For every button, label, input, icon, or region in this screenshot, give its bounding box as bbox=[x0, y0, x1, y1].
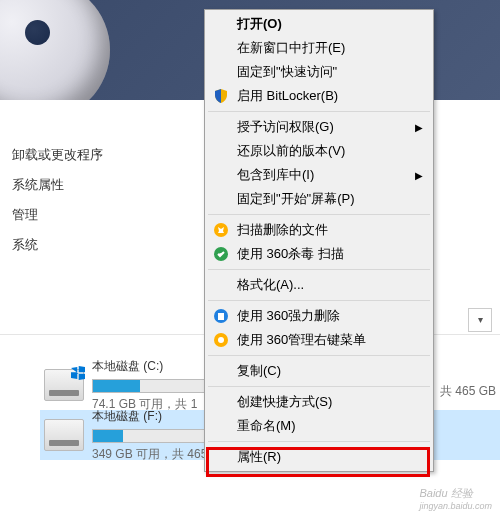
menu-item[interactable]: 使用 360杀毒 扫描 bbox=[207, 242, 431, 266]
scan-icon bbox=[213, 246, 229, 262]
menu-separator bbox=[208, 441, 430, 442]
menu-item[interactable]: 固定到"开始"屏幕(P) bbox=[207, 187, 431, 211]
sidebar-item-uninstall[interactable]: 卸载或更改程序 bbox=[0, 140, 180, 170]
sidebar-item-system-props[interactable]: 系统属性 bbox=[0, 170, 180, 200]
menu-item[interactable]: 包含到库中(I)▶ bbox=[207, 163, 431, 187]
menu-item-label: 格式化(A)... bbox=[237, 276, 304, 294]
menu-item[interactable]: 复制(C) bbox=[207, 359, 431, 383]
watermark-sub: jingyan.baidu.com bbox=[419, 501, 492, 511]
menu-separator bbox=[208, 300, 430, 301]
chevron-right-icon: ▶ bbox=[415, 170, 423, 181]
menu-item-label: 打开(O) bbox=[237, 15, 282, 33]
menu-item[interactable]: 扫描删除的文件 bbox=[207, 218, 431, 242]
sidebar-item-manage[interactable]: 管理 bbox=[0, 200, 180, 230]
menu-separator bbox=[208, 355, 430, 356]
menu-item[interactable]: 还原以前的版本(V) bbox=[207, 139, 431, 163]
menu-item-label: 复制(C) bbox=[237, 362, 281, 380]
chevron-down-icon[interactable]: ▾ bbox=[468, 308, 492, 332]
shield-icon bbox=[213, 88, 229, 104]
menu-item[interactable]: 使用 360强力删除 bbox=[207, 304, 431, 328]
sidebar: 卸载或更改程序 系统属性 管理 系统 bbox=[0, 140, 180, 260]
menu-item-label: 在新窗口中打开(E) bbox=[237, 39, 345, 57]
watermark: Baidu 经验 jingyan.baidu.com bbox=[419, 486, 492, 511]
del-icon bbox=[213, 308, 229, 324]
menu-item-label: 使用 360杀毒 扫描 bbox=[237, 245, 344, 263]
menu-item-label: 使用 360强力删除 bbox=[237, 307, 340, 325]
context-menu: 打开(O)在新窗口中打开(E)固定到"快速访问"启用 BitLocker(B)授… bbox=[204, 9, 434, 472]
recycle-icon bbox=[213, 222, 229, 238]
svg-point-5 bbox=[218, 337, 224, 343]
drive-icon bbox=[44, 419, 84, 451]
menu-item[interactable]: 重命名(M) bbox=[207, 414, 431, 438]
menu-item-label: 重命名(M) bbox=[237, 417, 296, 435]
menu-item-label: 创建快捷方式(S) bbox=[237, 393, 332, 411]
sidebar-item-system[interactable]: 系统 bbox=[0, 230, 180, 260]
menu-item[interactable]: 固定到"快速访问" bbox=[207, 60, 431, 84]
menu-separator bbox=[208, 214, 430, 215]
menu-item-label: 还原以前的版本(V) bbox=[237, 142, 345, 160]
mgr-icon bbox=[213, 332, 229, 348]
menu-item[interactable]: 创建快捷方式(S) bbox=[207, 390, 431, 414]
menu-separator bbox=[208, 269, 430, 270]
menu-separator bbox=[208, 111, 430, 112]
menu-item-label: 固定到"开始"屏幕(P) bbox=[237, 190, 355, 208]
drive-icon bbox=[44, 369, 84, 401]
menu-separator bbox=[208, 386, 430, 387]
watermark-main: Baidu 经验 bbox=[419, 487, 472, 499]
menu-item-label: 授予访问权限(G) bbox=[237, 118, 334, 136]
svg-rect-3 bbox=[218, 313, 224, 320]
menu-item-label: 固定到"快速访问" bbox=[237, 63, 337, 81]
menu-item-label: 包含到库中(I) bbox=[237, 166, 314, 184]
menu-item[interactable]: 属性(R) bbox=[207, 445, 431, 469]
menu-item-label: 扫描删除的文件 bbox=[237, 221, 328, 239]
chevron-right-icon: ▶ bbox=[415, 122, 423, 133]
menu-item-label: 启用 BitLocker(B) bbox=[237, 87, 338, 105]
menu-item[interactable]: 使用 360管理右键菜单 bbox=[207, 328, 431, 352]
menu-item[interactable]: 启用 BitLocker(B) bbox=[207, 84, 431, 108]
menu-item[interactable]: 打开(O) bbox=[207, 12, 431, 36]
menu-item[interactable]: 在新窗口中打开(E) bbox=[207, 36, 431, 60]
drive-capacity-bar bbox=[92, 429, 212, 443]
drive-right-text: 共 465 GB bbox=[440, 383, 496, 406]
menu-item-label: 属性(R) bbox=[237, 448, 281, 466]
menu-item[interactable]: 格式化(A)... bbox=[207, 273, 431, 297]
menu-item-label: 使用 360管理右键菜单 bbox=[237, 331, 366, 349]
menu-item[interactable]: 授予访问权限(G)▶ bbox=[207, 115, 431, 139]
drive-capacity-bar bbox=[92, 379, 212, 393]
